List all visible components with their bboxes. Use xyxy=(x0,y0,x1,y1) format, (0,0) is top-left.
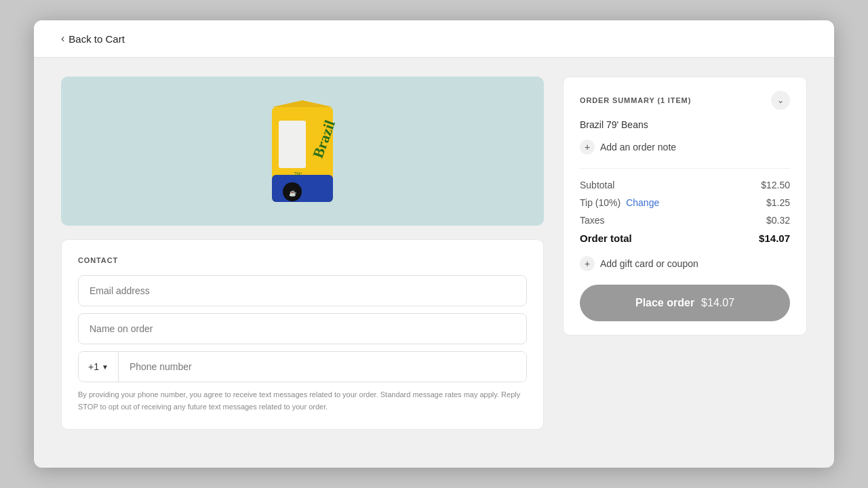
taxes-value: $0.32 xyxy=(766,215,790,226)
collapse-summary-button[interactable]: ⌄ xyxy=(771,91,790,110)
tip-label: Tip (10%) xyxy=(580,197,620,208)
place-order-label: Place order xyxy=(635,297,694,309)
order-total-label: Order total xyxy=(580,232,632,244)
left-column: Brazil 79° ☕ CONTACT +1 ▼ xyxy=(61,77,544,430)
product-image-card: Brazil 79° ☕ xyxy=(61,77,544,226)
place-order-button[interactable]: Place order $14.07 xyxy=(580,285,790,321)
subtotal-value: $12.50 xyxy=(761,180,790,190)
contact-section-label: CONTACT xyxy=(78,256,527,264)
svg-text:79°: 79° xyxy=(294,171,302,178)
back-arrow-icon: ‹ xyxy=(61,33,64,45)
plus-icon: + xyxy=(580,140,595,155)
main-content: Brazil 79° ☕ CONTACT +1 ▼ xyxy=(34,58,834,449)
app-window: ‹ Back to Cart Brazil 79° xyxy=(34,20,834,468)
add-order-note-label: Add an order note xyxy=(600,142,676,152)
tip-label-group: Tip (10%) Change xyxy=(580,197,659,208)
phone-row: +1 ▼ xyxy=(78,351,527,382)
tip-value: $1.25 xyxy=(766,197,790,208)
taxes-row: Taxes $0.32 xyxy=(580,215,790,226)
header: ‹ Back to Cart xyxy=(34,20,834,58)
add-gift-label: Add gift card or coupon xyxy=(600,258,698,269)
order-summary-title: ORDER SUMMARY (1 ITEM) xyxy=(580,96,691,104)
coffee-bag-illustration: Brazil 79° ☕ xyxy=(258,87,347,216)
contact-card: CONTACT +1 ▼ By providing your phone num… xyxy=(61,239,544,430)
country-code-selector[interactable]: +1 ▼ xyxy=(79,352,119,382)
order-summary-card: ORDER SUMMARY (1 ITEM) ⌄ Brazil 79' Bean… xyxy=(563,77,807,336)
taxes-label: Taxes xyxy=(580,215,605,226)
add-gift-card-row[interactable]: + Add gift card or coupon xyxy=(580,256,790,271)
chevron-down-icon: ⌄ xyxy=(777,96,784,105)
gift-plus-icon: + xyxy=(580,256,595,271)
svg-text:☕: ☕ xyxy=(289,189,297,197)
right-column: ORDER SUMMARY (1 ITEM) ⌄ Brazil 79' Bean… xyxy=(563,77,807,430)
chevron-down-icon: ▼ xyxy=(102,363,108,371)
place-order-price: $14.07 xyxy=(701,297,734,309)
phone-input[interactable] xyxy=(119,352,526,382)
add-order-note-row[interactable]: + Add an order note xyxy=(580,140,790,155)
svg-rect-2 xyxy=(279,121,306,168)
subtotal-row: Subtotal $12.50 xyxy=(580,180,790,190)
back-to-cart-link[interactable]: ‹ Back to Cart xyxy=(61,33,125,45)
subtotal-label: Subtotal xyxy=(580,180,614,190)
name-input[interactable] xyxy=(78,313,527,344)
email-input[interactable] xyxy=(78,275,527,306)
order-total-row: Order total $14.07 xyxy=(580,232,790,244)
summary-product-name: Brazil 79' Beans xyxy=(580,119,790,130)
change-tip-link[interactable]: Change xyxy=(626,197,659,208)
svg-marker-8 xyxy=(272,100,333,107)
country-code-value: +1 xyxy=(88,361,99,372)
tip-row: Tip (10%) Change $1.25 xyxy=(580,197,790,208)
phone-disclaimer: By providing your phone number, you agre… xyxy=(78,389,527,413)
divider-1 xyxy=(580,168,790,169)
summary-header: ORDER SUMMARY (1 ITEM) ⌄ xyxy=(580,91,790,110)
back-to-cart-label: Back to Cart xyxy=(68,33,125,45)
order-total-value: $14.07 xyxy=(759,232,790,244)
